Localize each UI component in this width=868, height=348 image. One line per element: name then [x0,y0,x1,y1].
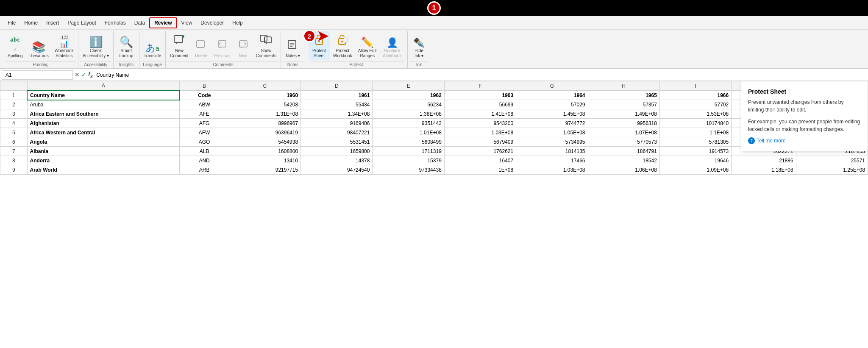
hide-ink-button[interactable]: ✒️ HideInk ▾ [409,31,428,60]
cell-e4[interactable]: 9351442 [373,119,444,128]
cell-g6[interactable]: 5734995 [516,137,588,147]
cell-c3[interactable]: 1.31E+08 [229,109,300,119]
next-comment-button[interactable]: Next [234,31,253,60]
smart-lookup-button[interactable]: 🔍 SmartLookup [115,31,137,60]
cell-a4[interactable]: Afghanistan [27,119,180,128]
cell-f9[interactable]: 1E+08 [444,165,516,175]
cell-i6[interactable]: 5781305 [659,137,731,147]
protect-workbook-button[interactable]: ProtectWorkbook [331,31,355,60]
cell-c6[interactable]: 5454938 [229,137,300,147]
cell-b8[interactable]: AND [180,156,229,165]
cell-c4[interactable]: 8996967 [229,119,300,128]
menu-insert[interactable]: Insert [42,18,63,28]
cell-g9[interactable]: 1.03E+08 [516,165,588,175]
function-icon[interactable]: fx [88,71,93,79]
menu-data[interactable]: Data [130,18,149,28]
col-header-i[interactable]: I [659,81,731,91]
cell-reference-input[interactable] [2,70,73,80]
cell-f3[interactable]: 1.41E+08 [444,109,516,119]
thesaurus-button[interactable]: 📚 Thesaurus [26,31,51,60]
cell-c8[interactable]: 13410 [229,156,300,165]
cell-d5[interactable]: 98407221 [301,128,373,137]
cell-f2[interactable]: 56699 [444,100,516,109]
cell-g5[interactable]: 1.05E+08 [516,128,588,137]
cell-g1[interactable]: 1964 [516,91,588,100]
cell-e6[interactable]: 5608499 [373,137,444,147]
cell-g8[interactable]: 17466 [516,156,588,165]
cell-f1[interactable]: 1963 [444,91,516,100]
cell-a8[interactable]: Andorra [27,156,180,165]
menu-home[interactable]: Home [20,18,42,28]
col-header-h[interactable]: H [588,81,659,91]
cell-d7[interactable]: 1659800 [301,147,373,156]
cell-h9[interactable]: 1.06E+08 [588,165,659,175]
cell-f8[interactable]: 16407 [444,156,516,165]
cell-f7[interactable]: 1762621 [444,147,516,156]
cell-b9[interactable]: ARB [180,165,229,175]
cell-d8[interactable]: 14378 [301,156,373,165]
cell-e7[interactable]: 1711319 [373,147,444,156]
cell-g2[interactable]: 57029 [516,100,588,109]
cell-a1[interactable]: Country Name [27,91,180,100]
cell-e9[interactable]: 97334438 [373,165,444,175]
cell-n8[interactable]: 25571 [796,156,868,165]
cell-d6[interactable]: 5531451 [301,137,373,147]
cell-c5[interactable]: 96396419 [229,128,300,137]
notes-button[interactable]: Notes ▾ [283,31,303,60]
cell-e1[interactable]: 1962 [373,91,444,100]
cell-h7[interactable]: 1864791 [588,147,659,156]
menu-review[interactable]: Review [149,17,177,28]
cell-i7[interactable]: 1914573 [659,147,731,156]
workbook-statistics-button[interactable]: -123 📊 WorkbookStatistics [52,31,76,60]
delete-comment-button[interactable]: Delete [192,31,211,60]
cell-h8[interactable]: 18542 [588,156,659,165]
cell-a2[interactable]: Aruba [27,100,180,109]
cell-h3[interactable]: 1.49E+08 [588,109,659,119]
cell-i3[interactable]: 1.53E+08 [659,109,731,119]
cell-i9[interactable]: 1.09E+08 [659,165,731,175]
cell-a3[interactable]: Africa Eastern and Southern [27,109,180,119]
cell-b4[interactable]: AFG [180,119,229,128]
cell-c2[interactable]: 54208 [229,100,300,109]
cell-b6[interactable]: AGO [180,137,229,147]
cell-g3[interactable]: 1.45E+08 [516,109,588,119]
cell-b1[interactable]: Code [180,91,229,100]
cell-h2[interactable]: 57357 [588,100,659,109]
cell-a7[interactable]: Albania [27,147,180,156]
cell-d4[interactable]: 9169406 [301,119,373,128]
cell-i8[interactable]: 19646 [659,156,731,165]
menu-formulas[interactable]: Formulas [100,18,130,28]
show-comments-button[interactable]: ShowComments [253,31,279,60]
cell-h5[interactable]: 1.07E+08 [588,128,659,137]
menu-view[interactable]: View [177,18,197,28]
cell-e3[interactable]: 1.38E+08 [373,109,444,119]
menu-file[interactable]: File [3,18,20,28]
cell-b3[interactable]: AFE [180,109,229,119]
col-header-b[interactable]: B [180,81,229,91]
cell-b2[interactable]: ABW [180,100,229,109]
cell-n9[interactable]: 1.25E+08 [796,165,868,175]
col-header-a[interactable]: A [27,81,180,91]
new-comment-button[interactable]: NewComment [167,31,191,60]
col-header-e[interactable]: E [373,81,444,91]
cell-i4[interactable]: 10174840 [659,119,731,128]
spelling-button[interactable]: abc ✓ Spelling [5,31,25,60]
cell-a5[interactable]: Africa Western and Central [27,128,180,137]
cell-a9[interactable]: Arab World [27,165,180,175]
confirm-icon[interactable]: ✓ [81,71,86,78]
cell-i5[interactable]: 1.1E+08 [659,128,731,137]
col-header-c[interactable]: C [229,81,300,91]
cell-h1[interactable]: 1965 [588,91,659,100]
translate-button[interactable]: あa Translate [141,31,164,60]
allow-edit-ranges-button[interactable]: ✏️ Allow EditRanges [356,31,379,60]
previous-comment-button[interactable]: Previous [211,31,233,60]
cell-f5[interactable]: 1.03E+08 [444,128,516,137]
tell-me-more-link[interactable]: ? Tell me more [748,137,861,144]
cell-c7[interactable]: 1608800 [229,147,300,156]
cell-m8[interactable]: 21886 [732,156,796,165]
cancel-icon[interactable]: ✕ [75,71,80,78]
menu-page-layout[interactable]: Page Layout [63,18,100,28]
cell-f4[interactable]: 9543200 [444,119,516,128]
cell-b5[interactable]: AFW [180,128,229,137]
cell-f6[interactable]: 5679409 [444,137,516,147]
